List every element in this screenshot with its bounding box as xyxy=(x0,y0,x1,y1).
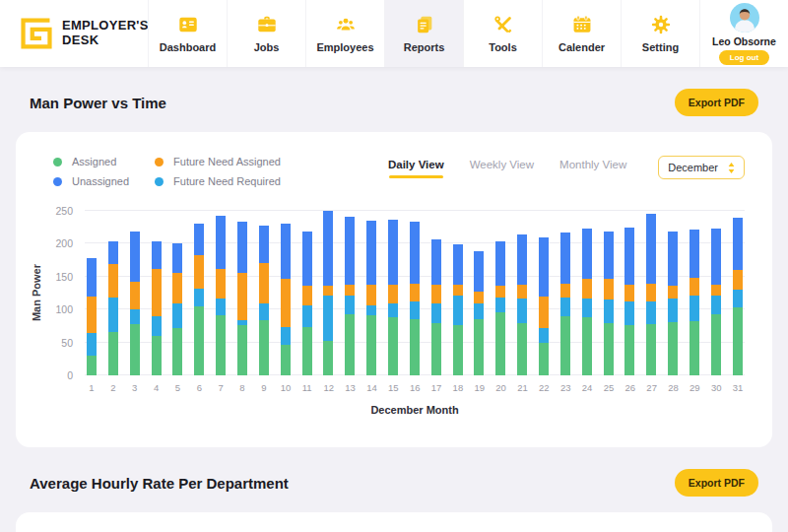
nav-label: Jobs xyxy=(254,41,280,53)
view-tabs: Daily ViewWeekly ViewMonthly View xyxy=(388,159,626,178)
bar-day-1 xyxy=(87,258,97,375)
bar-segment-assigned xyxy=(453,325,463,375)
x-tick-label: 2 xyxy=(108,382,118,393)
x-tick-label: 8 xyxy=(237,382,247,393)
bar-segment-future-need-assigned xyxy=(453,285,463,296)
bar-day-25 xyxy=(604,232,614,375)
bar-segment-future-need-required xyxy=(624,301,634,324)
bar-segment-future-need-assigned xyxy=(87,297,97,333)
logout-button[interactable]: Log out xyxy=(719,50,769,65)
bar-segment-unassigned xyxy=(302,232,312,286)
view-tab-daily-view[interactable]: Daily View xyxy=(388,159,444,178)
bar-segment-future-need-required xyxy=(388,303,398,317)
x-tick-label: 6 xyxy=(194,382,204,393)
bar-segment-assigned xyxy=(281,345,291,375)
x-tick-label: 21 xyxy=(517,382,527,393)
bar-segment-unassigned xyxy=(87,258,97,297)
bar-segment-future-need-assigned xyxy=(259,263,269,303)
x-tick-label: 29 xyxy=(690,382,699,393)
nav-item-jobs[interactable]: Jobs xyxy=(227,0,305,67)
bar-segment-future-need-required xyxy=(259,303,269,320)
y-axis-label: Man Power xyxy=(31,264,42,321)
x-tick-label: 28 xyxy=(668,382,678,393)
bar-segment-unassigned xyxy=(194,224,204,255)
bar-day-16 xyxy=(410,222,420,375)
bar-segment-future-need-assigned xyxy=(152,269,162,315)
legend-label: Future Need Required xyxy=(173,175,281,187)
y-tick-label: 250 xyxy=(55,205,73,217)
month-dropdown[interactable]: December xyxy=(658,156,745,179)
x-axis-label: December Month xyxy=(85,404,745,416)
bar-segment-future-need-required xyxy=(345,296,355,314)
bar-segment-future-need-required xyxy=(646,301,656,324)
x-tick-label: 20 xyxy=(495,382,505,393)
legend-item: Unassigned xyxy=(53,175,129,187)
bar-segment-unassigned xyxy=(517,234,527,285)
y-axis-ticks: 050100150200250 xyxy=(45,211,85,375)
bar-segment-assigned xyxy=(431,323,441,375)
bar-segment-future-need-required xyxy=(690,296,699,321)
bar-day-9 xyxy=(259,226,269,375)
bar-day-26 xyxy=(624,228,634,375)
manpower-export-pdf-button[interactable]: Export PDF xyxy=(675,89,758,116)
top-navigation: DashboardJobsEmployeesReportsToolsCalend… xyxy=(148,0,699,67)
bar-day-10 xyxy=(281,224,291,375)
nav-item-dashboard[interactable]: Dashboard xyxy=(148,0,227,67)
bar-segment-assigned xyxy=(87,356,97,375)
bar-day-31 xyxy=(733,218,743,375)
hourly-rate-export-pdf-button[interactable]: Export PDF xyxy=(675,469,758,497)
y-tick-label: 50 xyxy=(61,337,73,349)
nav-item-reports[interactable]: Reports xyxy=(384,0,463,67)
bar-segment-assigned xyxy=(604,323,614,375)
bar-day-17 xyxy=(431,239,441,375)
x-axis-ticks: 1234567891011121314151617181920212223242… xyxy=(85,382,745,393)
bar-segment-future-need-assigned xyxy=(194,255,204,288)
bar-segment-future-need-assigned xyxy=(646,284,656,302)
dropdown-spinner-icon xyxy=(728,163,735,173)
bar-segment-future-need-required xyxy=(474,303,484,318)
bar-segment-future-need-assigned xyxy=(560,284,570,298)
bar-segment-unassigned xyxy=(582,229,592,279)
nav-label: Dashboard xyxy=(160,41,216,53)
nav-item-setting[interactable]: Setting xyxy=(621,0,699,67)
bar-segment-future-need-required xyxy=(130,309,140,324)
bar-segment-unassigned xyxy=(560,233,570,283)
bar-segment-assigned xyxy=(237,325,247,375)
bar-segment-future-need-assigned xyxy=(130,282,140,309)
nav-label: Employees xyxy=(316,41,373,53)
view-tab-weekly-view[interactable]: Weekly View xyxy=(470,159,534,178)
bar-day-29 xyxy=(690,230,699,375)
x-tick-label: 24 xyxy=(582,382,592,393)
brand-spiral-icon xyxy=(20,17,53,50)
bar-segment-future-need-assigned xyxy=(323,286,333,297)
view-tab-monthly-view[interactable]: Monthly View xyxy=(559,159,626,178)
nav-item-employees[interactable]: Employees xyxy=(305,0,384,67)
bar-day-3 xyxy=(130,232,140,375)
bar-segment-assigned xyxy=(130,324,140,375)
x-tick-label: 7 xyxy=(216,382,226,393)
manpower-chart-card: AssignedFuture Need AssignedUnassignedFu… xyxy=(16,132,772,447)
legend-item: Future Need Assigned xyxy=(155,156,281,167)
bar-segment-assigned xyxy=(733,307,743,375)
bar-segment-assigned xyxy=(345,314,355,375)
hourly-rate-section-header: Average Hourly Rate Per Department Expor… xyxy=(0,447,788,512)
nav-item-tools[interactable]: Tools xyxy=(463,0,542,67)
bar-segment-assigned xyxy=(690,321,699,375)
bar-segment-unassigned xyxy=(259,226,269,263)
bar-segment-assigned xyxy=(410,319,420,375)
bar-segment-future-need-assigned xyxy=(711,285,721,296)
bar-segment-future-need-required xyxy=(172,303,182,328)
bar-segment-future-need-assigned xyxy=(517,285,527,299)
bar-day-28 xyxy=(668,232,678,375)
bar-segment-assigned xyxy=(108,332,118,375)
nav-item-calender[interactable]: Calender xyxy=(542,0,621,67)
bar-segment-unassigned xyxy=(495,241,505,286)
manpower-section-title: Man Power vs Time xyxy=(30,95,166,111)
x-tick-label: 19 xyxy=(474,382,484,393)
bar-segment-assigned xyxy=(495,312,505,375)
x-tick-label: 25 xyxy=(604,382,614,393)
legend-label: Assigned xyxy=(72,156,116,167)
bar-day-22 xyxy=(539,237,549,375)
legend-item: Assigned xyxy=(53,156,129,167)
bar-segment-unassigned xyxy=(539,237,549,297)
